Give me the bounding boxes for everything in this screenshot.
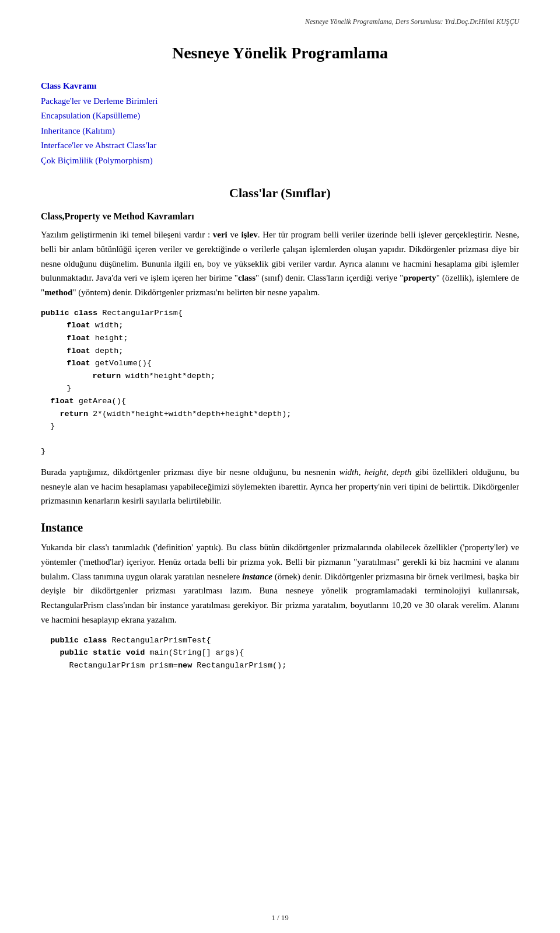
toc-item-1[interactable]: Class Kavramı [41, 79, 519, 94]
method-bold: method [44, 288, 72, 297]
property-bold: property [403, 273, 436, 282]
paragraph-3: Yukarıda bir class'ı tanımladık ('defini… [41, 540, 519, 627]
toc-item-3[interactable]: Encapsulation (Kapsülleme) [41, 109, 519, 124]
page-footer: 1 / 19 [0, 913, 560, 922]
instance-bold-italic: instance [242, 572, 272, 581]
toc-item-6[interactable]: Çok Biçimlilik (Polymorphism) [41, 153, 519, 169]
width-italic: width [339, 467, 358, 477]
instance-title: Instance [41, 521, 519, 534]
section-title: Class'lar (Sınıflar) [41, 186, 519, 201]
veri-bold: veri [213, 230, 228, 239]
page-container: Nesneye Yönelik Programlama, Ders Soruml… [0, 0, 560, 933]
subsection-title: Class,Property ve Method Kavramları [41, 211, 519, 222]
toc-item-4[interactable]: Inheritance (Kalıtım) [41, 124, 519, 139]
header-text: Nesneye Yönelik Programlama, Ders Soruml… [305, 18, 519, 26]
table-of-contents: Class Kavramı Package'ler ve Derleme Bir… [41, 79, 519, 168]
page-header: Nesneye Yönelik Programlama, Ders Soruml… [41, 18, 519, 26]
page-number: 1 / 19 [271, 913, 289, 922]
islev-bold: işlev [241, 230, 257, 239]
class-bold: class [238, 273, 256, 282]
main-title: Nesneye Yönelik Programlama [41, 44, 519, 62]
toc-item-2[interactable]: Package'ler ve Derleme Birimleri [41, 94, 519, 109]
depth-italic: depth [392, 467, 411, 477]
code-block-1: public class RectangularPrism{ float wid… [41, 307, 519, 458]
code-block-2: public class RectangularPrismTest{ publi… [41, 634, 519, 672]
paragraph-2: Burada yaptığımız, dikdörtgenler prizmas… [41, 465, 519, 508]
paragraph-1: Yazılım geliştirmenin iki temel bileşeni… [41, 228, 519, 300]
height-italic: height [365, 467, 387, 477]
toc-item-5[interactable]: Interface'ler ve Abstract Class'lar [41, 138, 519, 153]
